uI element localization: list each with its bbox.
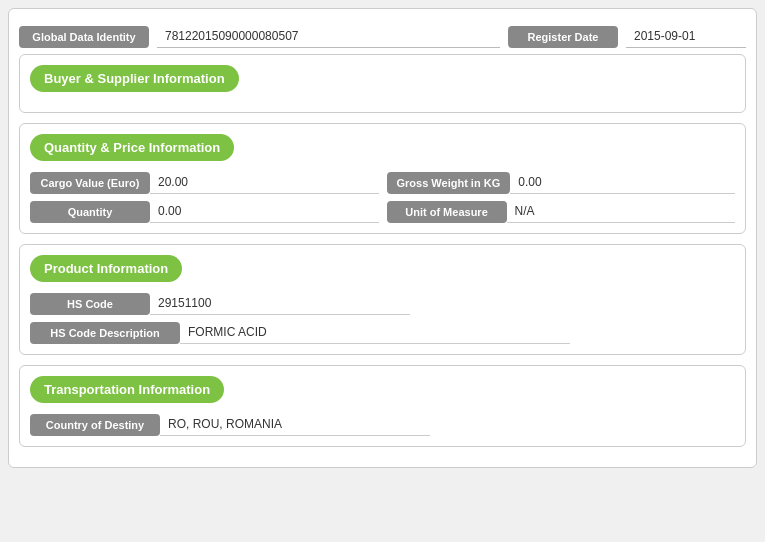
main-container: Global Data Identity 7812201509000008050… [8,8,757,468]
gross-weight-pair: Gross Weight in KG 0.00 [387,171,736,194]
hs-code-desc-value: FORMIC ACID [180,321,570,344]
header-row: Global Data Identity 7812201509000008050… [19,19,746,54]
buyer-supplier-header: Buyer & Supplier Information [30,65,239,92]
quantity-pair: Quantity 0.00 [30,200,379,223]
uom-pair: Unit of Measure N/A [387,200,736,223]
gross-weight-label: Gross Weight in KG [387,172,511,194]
hs-code-desc-pair: HS Code Description FORMIC ACID [30,321,570,344]
country-destiny-row: Country of Destiny RO, ROU, ROMANIA [30,413,735,436]
quantity-value: 0.00 [150,200,379,223]
buyer-supplier-section: Buyer & Supplier Information [19,54,746,113]
global-data-identity-value: 78122015090000080507 [157,25,500,48]
quantity-price-header: Quantity & Price Information [30,134,234,161]
hs-code-desc-row: HS Code Description FORMIC ACID [30,321,735,344]
quantity-label: Quantity [30,201,150,223]
country-of-destiny-label: Country of Destiny [30,414,160,436]
hs-code-label: HS Code [30,293,150,315]
register-date-value: 2015-09-01 [626,25,746,48]
cargo-value-label: Cargo Value (Euro) [30,172,150,194]
country-of-destiny-value: RO, ROU, ROMANIA [160,413,430,436]
cargo-value-pair: Cargo Value (Euro) 20.00 [30,171,379,194]
quantity-price-section: Quantity & Price Information Cargo Value… [19,123,746,234]
country-destiny-pair: Country of Destiny RO, ROU, ROMANIA [30,413,430,436]
unit-of-measure-label: Unit of Measure [387,201,507,223]
product-section: Product Information HS Code 29151100 HS … [19,244,746,355]
transportation-section: Transportation Information Country of De… [19,365,746,447]
transportation-fields: Country of Destiny RO, ROU, ROMANIA [30,413,735,436]
register-date-label: Register Date [508,26,618,48]
transportation-header: Transportation Information [30,376,224,403]
hs-code-value: 29151100 [150,292,410,315]
product-fields: HS Code 29151100 HS Code Description FOR… [30,292,735,344]
gross-weight-value: 0.00 [510,171,735,194]
product-header: Product Information [30,255,182,282]
hs-code-row: HS Code 29151100 [30,292,735,315]
cargo-gross-row: Cargo Value (Euro) 20.00 Gross Weight in… [30,171,735,194]
quantity-price-fields: Cargo Value (Euro) 20.00 Gross Weight in… [30,171,735,223]
unit-of-measure-value: N/A [507,200,736,223]
quantity-uom-row: Quantity 0.00 Unit of Measure N/A [30,200,735,223]
cargo-value: 20.00 [150,171,379,194]
hs-code-desc-label: HS Code Description [30,322,180,344]
global-data-identity-label: Global Data Identity [19,26,149,48]
hs-code-pair: HS Code 29151100 [30,292,410,315]
